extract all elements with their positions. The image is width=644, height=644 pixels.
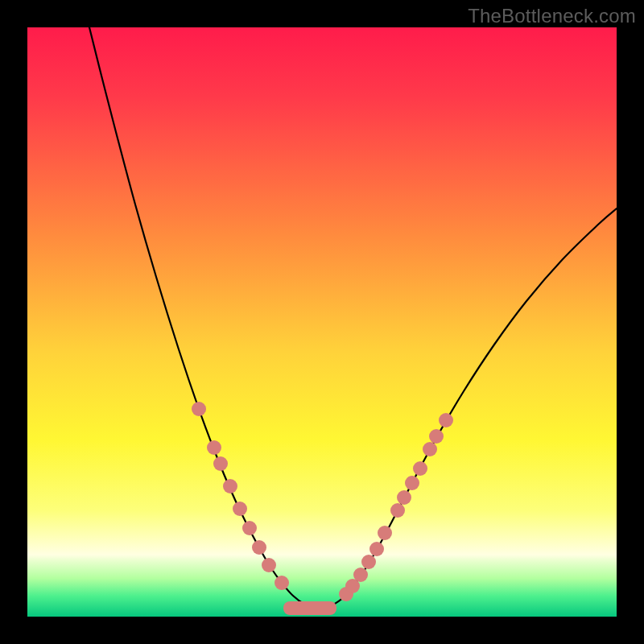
bead-right-10 xyxy=(423,442,437,456)
bead-right-11 xyxy=(429,429,444,444)
bead-left-3 xyxy=(223,479,237,493)
bead-left-7 xyxy=(262,558,276,572)
bead-right-2 xyxy=(353,568,368,582)
plot-svg xyxy=(27,27,617,617)
bead-left-0 xyxy=(192,402,206,416)
bead-right-12 xyxy=(439,413,453,427)
bead-right-6 xyxy=(390,503,405,518)
bead-right-7 xyxy=(397,490,411,505)
plot-area xyxy=(27,27,617,617)
watermark-text: TheBottleneck.com xyxy=(468,5,636,27)
bead-left-4 xyxy=(233,502,247,516)
bead-left-2 xyxy=(213,456,228,471)
chart-frame: TheBottleneck.com xyxy=(0,0,644,644)
gradient-background xyxy=(27,27,617,617)
bead-left-1 xyxy=(207,440,221,455)
bead-right-9 xyxy=(413,461,427,476)
bead-bottom-bar xyxy=(283,601,336,615)
bead-left-6 xyxy=(252,540,266,555)
bead-right-8 xyxy=(405,476,419,490)
bead-left-5 xyxy=(242,521,257,535)
bead-left-8 xyxy=(275,576,289,590)
bead-right-5 xyxy=(378,526,392,540)
bead-right-3 xyxy=(361,555,376,569)
bead-right-4 xyxy=(369,542,384,556)
